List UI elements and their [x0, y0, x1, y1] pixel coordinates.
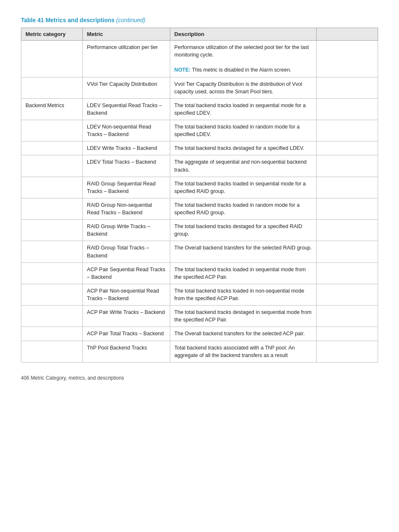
cell-extra [317, 155, 378, 177]
cell-category [21, 341, 83, 362]
cell-description: The total backend tracks loaded in rando… [170, 120, 316, 141]
cell-description: The Overall backend transfers for the se… [170, 241, 316, 262]
cell-category [21, 241, 83, 262]
cell-extra [317, 284, 378, 305]
cell-description: The total backend tracks loaded in rando… [170, 198, 316, 219]
cell-metric: Performance utilization per tier [82, 41, 170, 77]
cell-metric: RAID Group Sequential Read Tracks – Back… [82, 177, 170, 198]
cell-description: The total backend tracks destaged in seq… [170, 306, 316, 327]
cell-description: The total backend tracks loaded in seque… [170, 262, 316, 284]
page-footer: 406 Metric Category, metrics, and descri… [21, 375, 378, 381]
cell-description: The aggregate of sequential and non-sequ… [170, 155, 316, 177]
cell-metric: VVol Tier Capacity Distribution [82, 77, 170, 98]
cell-category [21, 120, 83, 141]
cell-description: The total backend tracks loaded in non-s… [170, 284, 316, 305]
cell-description: The total backend tracks loaded in seque… [170, 98, 316, 120]
table-row: RAID Group Non-sequential Read Tracks – … [21, 198, 378, 219]
col-header-metric: Metric [82, 28, 170, 41]
cell-category [21, 77, 83, 98]
cell-metric: LDEV Write Tracks – Backend [82, 141, 170, 155]
cell-metric: LDEV Total Tracks – Backend [82, 155, 170, 177]
cell-extra [317, 120, 378, 141]
cell-extra [317, 220, 378, 241]
cell-extra [317, 241, 378, 262]
cell-category [21, 220, 83, 241]
table-row: ACP Pair Sequential Read Tracks – Backen… [21, 262, 378, 284]
cell-extra [317, 306, 378, 327]
cell-category: Backend Metrics [21, 98, 83, 120]
page-title: Table 41 Metrics and descriptions (conti… [21, 17, 378, 23]
col-header-description: Description [170, 28, 316, 41]
note-text: NOTE: This metric is disabled in the Ala… [174, 67, 292, 73]
table-row: ACP Pair Write Tracks – BackendThe total… [21, 306, 378, 327]
cell-description: The total backend tracks destaged for a … [170, 220, 316, 241]
cell-metric: RAID Group Write Tracks – Backend [82, 220, 170, 241]
cell-description: Performance utilization of the selected … [170, 41, 316, 77]
table-row: VVol Tier Capacity DistributionVvol Tier… [21, 77, 378, 98]
table-row: ACP Pair Total Tracks – BackendThe Overa… [21, 327, 378, 341]
cell-category [21, 155, 83, 177]
col-header-category: Metric category [21, 28, 83, 41]
cell-extra [317, 262, 378, 284]
cell-description: Vvol Tier Capacity Distribution is the d… [170, 77, 316, 98]
col-header-extra [317, 28, 378, 41]
table-row: RAID Group Sequential Read Tracks – Back… [21, 177, 378, 198]
cell-description: Total backend tracks associated with a T… [170, 341, 316, 362]
cell-extra [317, 198, 378, 219]
cell-category [21, 306, 83, 327]
cell-metric: RAID Group Non-sequential Read Tracks – … [82, 198, 170, 219]
cell-extra [317, 341, 378, 362]
cell-metric: ThP Pool Backend Tracks [82, 341, 170, 362]
cell-description: The total backend tracks destaged for a … [170, 141, 316, 155]
cell-metric: LDEV Non-sequential Read Tracks – Backen… [82, 120, 170, 141]
cell-description: The Overall backend transfers for the se… [170, 327, 316, 341]
cell-extra [317, 98, 378, 120]
table-row: Backend MetricsLDEV Sequential Read Trac… [21, 98, 378, 120]
cell-category [21, 198, 83, 219]
cell-metric: LDEV Sequential Read Tracks – Backend [82, 98, 170, 120]
cell-extra [317, 41, 378, 77]
cell-metric: ACP Pair Write Tracks – Backend [82, 306, 170, 327]
table-row: LDEV Total Tracks – BackendThe aggregate… [21, 155, 378, 177]
metrics-table: Metric category Metric Description Perfo… [21, 28, 378, 362]
table-row: LDEV Non-sequential Read Tracks – Backen… [21, 120, 378, 141]
cell-category [21, 262, 83, 284]
table-row: Performance utilization per tierPerforma… [21, 41, 378, 77]
cell-extra [317, 141, 378, 155]
cell-metric: ACP Pair Sequential Read Tracks – Backen… [82, 262, 170, 284]
cell-description: The total backend tracks loaded in seque… [170, 177, 316, 198]
cell-extra [317, 177, 378, 198]
cell-category [21, 141, 83, 155]
cell-category [21, 284, 83, 305]
cell-category [21, 327, 83, 341]
cell-category [21, 177, 83, 198]
cell-metric: RAID Group Total Tracks – Backend [82, 241, 170, 262]
table-row: RAID Group Write Tracks – BackendThe tot… [21, 220, 378, 241]
cell-category [21, 41, 83, 77]
cell-extra [317, 327, 378, 341]
table-row: ACP Pair Non-sequential Read Tracks – Ba… [21, 284, 378, 305]
cell-extra [317, 77, 378, 98]
table-row: ThP Pool Backend TracksTotal backend tra… [21, 341, 378, 362]
cell-metric: ACP Pair Total Tracks – Backend [82, 327, 170, 341]
cell-metric: ACP Pair Non-sequential Read Tracks – Ba… [82, 284, 170, 305]
table-row: RAID Group Total Tracks – BackendThe Ove… [21, 241, 378, 262]
table-row: LDEV Write Tracks – BackendThe total bac… [21, 141, 378, 155]
